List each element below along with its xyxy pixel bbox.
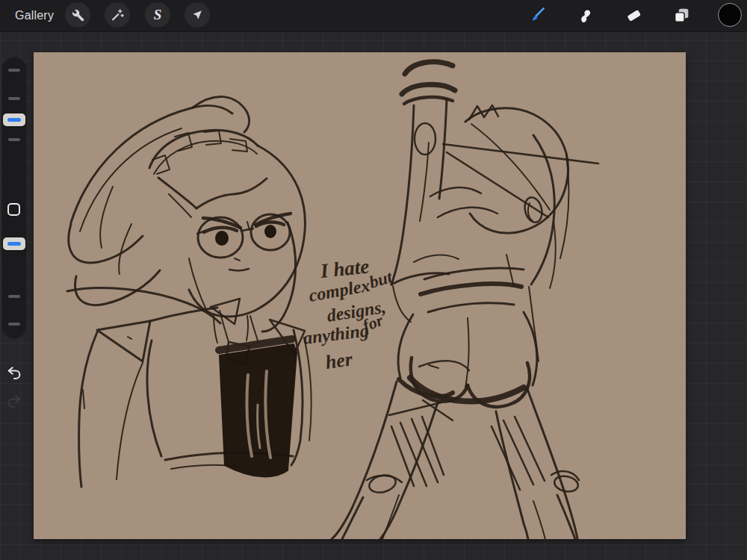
redo-button[interactable]: [6, 393, 22, 410]
layers-icon: [672, 6, 691, 25]
gallery-button[interactable]: Gallery: [15, 0, 54, 31]
opacity-tick: [8, 323, 20, 326]
eraser-icon: [624, 6, 643, 25]
magic-wand-icon: [110, 7, 125, 22]
brush-size-tick: [8, 69, 20, 72]
character-sketch: I hate complex but designs, anything for…: [34, 52, 686, 539]
slider-accent-dash: [7, 118, 21, 122]
note-word: but: [367, 267, 394, 292]
brush-size-tick: [8, 138, 20, 141]
sketch-left-figure-bust: [67, 96, 311, 487]
handwritten-note: I hate complex but designs, anything for…: [302, 255, 394, 373]
opacity-slider[interactable]: [3, 237, 25, 250]
color-swatch[interactable]: [718, 3, 742, 27]
layers-button[interactable]: [669, 2, 694, 28]
transform-button[interactable]: [185, 2, 210, 28]
brush-size-slider[interactable]: [3, 113, 25, 126]
undo-arrow-icon: [6, 365, 22, 382]
undo-button[interactable]: [6, 365, 22, 382]
actions-button[interactable]: [65, 2, 90, 28]
smudge-tool-button[interactable]: [572, 2, 598, 28]
opacity-tick: [8, 295, 20, 298]
brush-size-tick: [8, 97, 20, 100]
paint-tool-button[interactable]: [524, 2, 550, 28]
brush-icon: [527, 5, 547, 25]
redo-arrow-icon: [6, 393, 22, 410]
selection-s-icon: S: [154, 7, 162, 22]
slider-accent-dash: [7, 242, 21, 246]
modify-button[interactable]: [7, 203, 20, 216]
note-word: her: [324, 348, 355, 373]
erase-tool-button[interactable]: [621, 2, 646, 28]
wrench-icon: [70, 7, 85, 22]
smudge-finger-icon: [576, 6, 595, 25]
top-toolbar: Gallery S: [0, 0, 747, 32]
drawing-canvas[interactable]: I hate complex but designs, anything for…: [34, 52, 686, 539]
adjustments-button[interactable]: [105, 2, 130, 28]
selection-button[interactable]: S: [145, 2, 170, 28]
transform-arrow-icon: [190, 7, 205, 22]
note-word: anything: [302, 320, 370, 348]
